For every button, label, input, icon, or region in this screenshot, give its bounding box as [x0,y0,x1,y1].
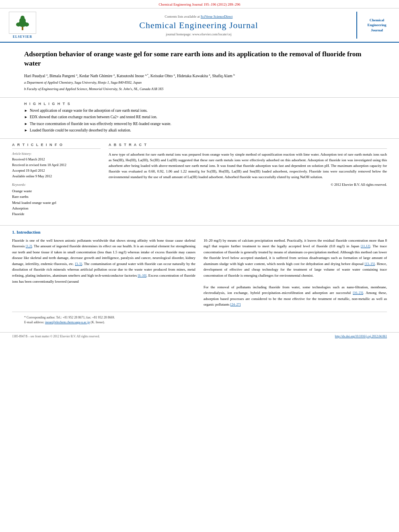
journal-header-center: Contents lists available at SciVerse Sci… [45,12,352,39]
highlight-text-3: The trace concentration of fluoride ion … [30,121,171,127]
highlight-item-4: ► Loaded fluoride could be successfully … [24,128,375,133]
keyword-5: Fluoride [12,211,101,217]
received-date: Received 6 March 2012 [12,157,101,162]
svg-point-3 [21,16,25,20]
sciverse-line: Contents lists available at SciVerse Sci… [165,14,233,18]
elsevier-logo-box [9,12,36,34]
highlight-arrow-icon: ► [24,108,28,113]
elsevier-tree-icon [12,15,33,31]
journal-header: ELSEVIER Contents lists available at Sci… [0,8,399,43]
keyword-3: Metal loaded orange waste gel [12,200,101,205]
affiliation-b: b Faculty of Engineering and Applied Sci… [24,87,375,92]
elsevier-wordmark: ELSEVIER [13,35,32,39]
doi-text: http://dx.doi.org/10.1016/j.cej.2012.04.… [335,335,387,338]
copyright-line: © 2012 Elsevier B.V. All rights reserved… [109,183,387,187]
highlight-text-4: Loaded fluoride could be successfully de… [30,128,131,133]
svg-rect-0 [22,27,23,30]
authors: Hari Paudyal a, Bimala Pangeni a, Kedar … [24,73,375,78]
intro-text-right: 10–20 mg/l) by means of calcium precipit… [204,238,387,308]
doi-link[interactable]: http://dx.doi.org/10.1016/j.cej.2012.04.… [335,335,387,338]
email-link[interactable]: inoue@elechem.chem.saga-u.ac.jp [45,320,90,324]
intro-col-right: 10–20 mg/l) by means of calcium precipit… [204,238,387,308]
sciverse-link[interactable]: SciVerse ScienceDirect [201,14,233,18]
article-info-abstract-section: A R T I C L E I N F O Article history: R… [0,139,399,226]
affiliation-a: a Department of Applied Chemistry, Saga … [24,80,375,85]
article-title-section: Adsorption behavior of orange waste gel … [0,43,399,98]
ref-1-2[interactable]: [1,2] [26,244,32,248]
ref-13-15[interactable]: [13–15] [364,262,374,266]
keyword-1: Orange waste [12,188,101,194]
journal-citation: Chemical Engineering Journal 195–196 (20… [0,0,399,8]
ref-6-10[interactable]: [6–10] [138,274,146,277]
highlight-item-2: ► EDX showed that cation exchange reacti… [24,115,375,120]
highlights-label: H I G H L I G H T S [24,102,375,106]
article-info-label: A R T I C L E I N F O [12,143,101,149]
keywords-group: Keywords: Orange waste Rare earths Metal… [12,183,101,217]
ref-11-12[interactable]: [11,12] [361,244,370,248]
footnote-corresponding: * Corresponding author. Tel.: +81 952 28… [24,315,375,320]
highlight-arrow-icon-2: ► [24,115,28,120]
journal-header-right: ChemicalEngineeringJournal [356,12,393,39]
keywords-sublabel: Keywords: [12,183,101,187]
highlight-item-3: ► The trace concentration of fluoride io… [24,121,375,127]
online-date: Available online 9 May 2012 [12,174,101,179]
highlight-arrow-icon-3: ► [24,121,28,127]
abstract-label: A B S T R A C T [109,143,387,149]
svg-point-5 [24,23,29,27]
introduction-section: 1. Introduction Fluoride is one of the w… [0,226,399,332]
journal-homepage: journal homepage: www.elsevier.com/locat… [166,32,231,36]
abstract-text: A new type of adsorbent for rare earth m… [109,152,387,180]
elsevier-logo: ELSEVIER [6,12,39,39]
abstract-column: A B S T R A C T A new type of adsorbent … [109,143,387,221]
article-title: Adsorption behavior of orange waste gel … [24,50,375,68]
highlights-section: H I G H L I G H T S ► Novel application … [0,98,399,139]
keyword-4: Adsorption [12,205,101,211]
footnote-section: * Corresponding author. Tel.: +81 952 28… [12,312,387,328]
keyword-2: Rare earths [12,194,101,199]
highlight-text-1: Novel application of orange waste for th… [30,108,148,113]
issn-text: 1385-8947/$ – see front matter © 2012 El… [12,335,100,338]
intro-col-left: Fluoride is one of the well known anioni… [12,238,195,308]
article-info-column: A R T I C L E I N F O Article history: R… [12,143,101,221]
keywords-list: Orange waste Rare earths Metal loaded or… [12,188,101,217]
highlight-text-2: EDX showed that cation exchange reaction… [30,115,157,120]
journal-title: Chemical Engineering Journal [139,20,258,31]
accepted-date: Accepted 19 April 2012 [12,168,101,173]
intro-columns: Fluoride is one of the well known anioni… [12,238,387,308]
article-history-group: Article history: Received 6 March 2012 R… [12,152,101,179]
bottom-bar: 1385-8947/$ – see front matter © 2012 El… [0,332,399,340]
revised-date: Received in revised form 18 April 2012 [12,163,101,168]
ref-24-27[interactable]: [24–27] [230,303,241,306]
history-sublabel: Article history: [12,152,101,156]
highlight-arrow-icon-4: ► [24,128,28,133]
footnote-email: E-mail address: inoue@elechem.chem.saga-… [24,320,375,325]
intro-heading: 1. Introduction [12,230,387,234]
ref-3-5[interactable]: [3–5] [75,262,82,266]
highlight-item-1: ► Novel application of orange waste for … [24,108,375,113]
svg-point-4 [16,23,21,27]
intro-text-left: Fluoride is one of the well known anioni… [12,238,195,284]
ref-16-23[interactable]: [16–23] [353,291,363,295]
journal-right-title: ChemicalEngineeringJournal [367,18,386,33]
